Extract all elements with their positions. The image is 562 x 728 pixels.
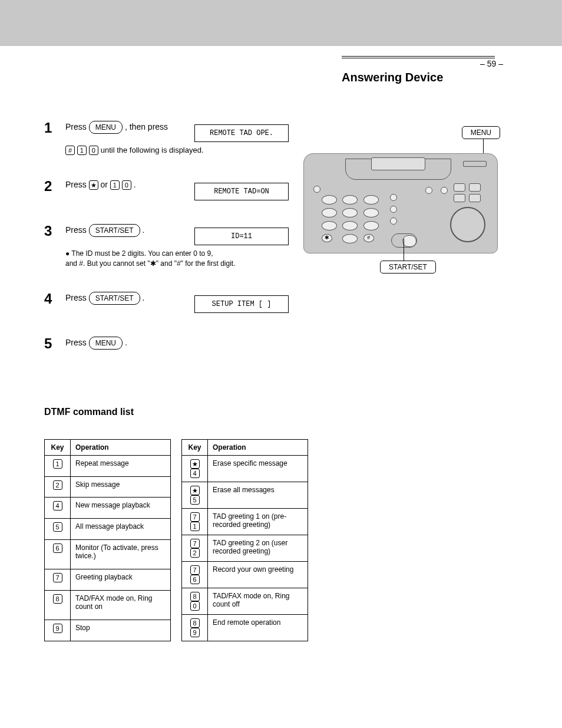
key-cell: 6 xyxy=(45,539,71,569)
hash-key: # xyxy=(65,146,75,155)
jog-dial-icon xyxy=(450,207,485,242)
op-cell: TAD greeting 2 on (user recorded greetin… xyxy=(208,535,308,562)
step-note: ● The ID must be 2 digits. You can enter… xyxy=(65,249,213,258)
page-header-band xyxy=(0,0,562,46)
table-row: 8TAD/FAX mode on, Ring count on xyxy=(45,590,171,620)
star-key: ★ xyxy=(89,180,98,190)
step-text: . xyxy=(142,225,144,235)
step-text: , then press xyxy=(125,122,168,131)
table-row: 7Greeting playback xyxy=(45,569,171,591)
digit-key: 1 xyxy=(190,522,200,531)
step-2: 2 Press ★ or 1 0 . REMOTE TAD=ON xyxy=(44,179,289,200)
table-row: 1Repeat message xyxy=(45,456,171,477)
step-number: 1 xyxy=(44,121,58,135)
lcd-display: REMOTE TAD=ON xyxy=(194,183,289,200)
dtmf-table-1: Key Operation 1Repeat message2Skip messa… xyxy=(44,439,171,641)
key-cell: 9 xyxy=(45,620,71,641)
digit-key: 5 xyxy=(53,522,62,532)
steps-list: 1 Press MENU , then press REMOTE TAD OPE… xyxy=(44,121,289,374)
section-rule xyxy=(342,56,495,58)
table-row: 89End remote operation xyxy=(182,615,308,641)
table-header: Key xyxy=(45,440,71,456)
key-cell: 7 xyxy=(45,569,71,591)
callout-start-set: START/SET xyxy=(380,261,436,274)
op-cell: All message playback xyxy=(71,519,171,540)
digit-key: 0 xyxy=(190,601,200,611)
digit-key: 4 xyxy=(53,501,62,510)
top-tray-icon xyxy=(463,161,487,167)
onetouch-keys-icon xyxy=(454,183,482,202)
step-text: Press xyxy=(65,180,87,189)
step-number: 5 xyxy=(44,337,58,351)
table-header: Operation xyxy=(208,440,308,456)
round-button-icon xyxy=(425,187,432,194)
digit-key: 6 xyxy=(53,543,62,553)
digit-key: 0 xyxy=(122,180,131,190)
lcd-display: ID=11 xyxy=(194,228,289,245)
round-button-icon xyxy=(390,206,397,213)
section-title: Answering Device xyxy=(342,71,443,84)
start-set-button-label: START/SET xyxy=(89,224,140,237)
digit-key: 7 xyxy=(190,565,200,575)
table-row: 71TAD greeting 1 on (pre-recorded greeti… xyxy=(182,509,308,535)
op-cell: Greeting playback xyxy=(71,569,171,591)
digit-key: 2 xyxy=(190,548,200,558)
start-set-button-label: START/SET xyxy=(89,292,140,305)
table-row: ★4Erase specific message xyxy=(182,456,308,482)
step-text: . xyxy=(142,293,144,302)
digit-key: 6 xyxy=(190,575,200,584)
dtmf-table-2: Key Operation ★4Erase specific message★5… xyxy=(181,439,308,641)
op-cell: TAD greeting 1 on (pre-recorded greeting… xyxy=(208,509,308,535)
op-cell: Record your own greeting xyxy=(208,562,308,588)
key-cell: 1 xyxy=(45,456,71,477)
op-cell: TAD/FAX mode on, Ring count on xyxy=(71,590,171,620)
step-3: 3 Press START/SET . ID=11 ● The ID must … xyxy=(44,224,289,268)
op-cell: New message playback xyxy=(71,498,171,519)
digit-key: 9 xyxy=(190,628,200,637)
digit-key: 8 xyxy=(190,592,200,601)
table-row: 4New message playback xyxy=(45,498,171,519)
table-row: ★5Erase all messages xyxy=(182,482,308,509)
op-cell: TAD/FAX mode on, Ring count off xyxy=(208,588,308,615)
lcd-display: REMOTE TAD OPE. xyxy=(194,124,289,142)
key-cell: ★5 xyxy=(182,482,208,509)
step-1: 1 Press MENU , then press REMOTE TAD OPE… xyxy=(44,121,289,156)
key-cell: 80 xyxy=(182,588,208,615)
callout-line xyxy=(404,239,404,261)
digit-key: 7 xyxy=(190,539,200,548)
op-cell: Monitor (To activate, press twice.) xyxy=(71,539,171,569)
step-text: Press xyxy=(65,225,87,235)
star-key: ★ xyxy=(190,459,200,469)
table-row: 5All message playback xyxy=(45,519,171,540)
menu-button-label: MENU xyxy=(89,121,123,134)
step-text: Press xyxy=(65,293,87,302)
panel-body: ✱# xyxy=(303,153,498,253)
step-text: . xyxy=(134,180,136,189)
lcd-display: SETUP ITEM [ ] xyxy=(194,295,289,313)
device-illustration: MENU ✱# START/SET xyxy=(303,147,504,277)
table-row: 72TAD greeting 2 on (user recorded greet… xyxy=(182,535,308,562)
key-cell: ★4 xyxy=(182,456,208,482)
step-text: Press xyxy=(65,338,87,347)
op-cell: Stop xyxy=(71,620,171,641)
round-button-icon xyxy=(441,187,448,194)
digit-key: 1 xyxy=(110,180,120,190)
op-cell: Erase specific message xyxy=(208,456,308,482)
key-cell: 5 xyxy=(45,519,71,540)
key-cell: 71 xyxy=(182,509,208,535)
step-note: and #. But you cannot set "✱" and "#" fo… xyxy=(65,259,236,268)
table-row: 2Skip message xyxy=(45,476,171,498)
dialpad-icon: ✱# xyxy=(322,195,381,243)
key-cell: 2 xyxy=(45,476,71,498)
step-text: Press xyxy=(65,122,87,131)
step-number: 2 xyxy=(44,179,58,193)
step-4: 4 Press START/SET . SETUP ITEM [ ] xyxy=(44,292,289,313)
round-button-icon xyxy=(390,218,397,225)
table-header: Key xyxy=(182,440,208,456)
round-button-icon xyxy=(313,186,320,193)
dtmf-tables: Key Operation 1Repeat message2Skip messa… xyxy=(44,439,308,641)
menu-button-label: MENU xyxy=(89,337,123,350)
table-row: 6Monitor (To activate, press twice.) xyxy=(45,539,171,569)
digit-key: 5 xyxy=(190,495,200,505)
subsection-heading: DTMF command list xyxy=(44,407,134,417)
